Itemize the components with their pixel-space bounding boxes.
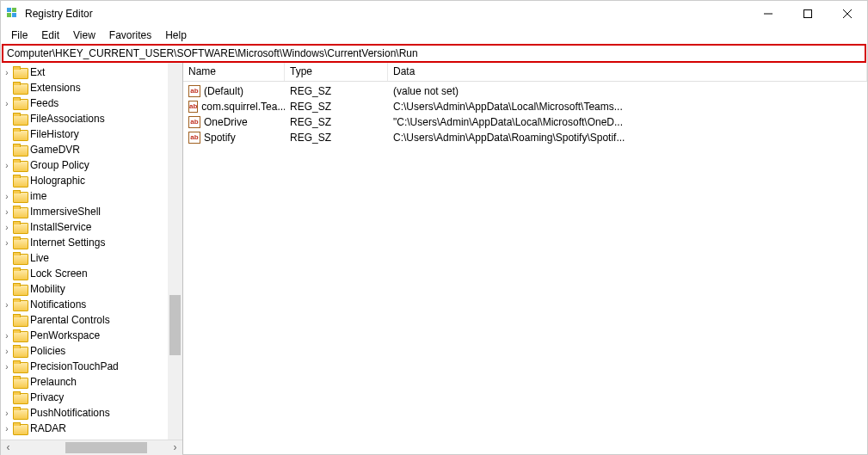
tree-item[interactable]: ›PenWorkspace <box>1 328 168 343</box>
chevron-right-icon[interactable]: › <box>1 207 11 217</box>
tree-item[interactable]: ›PushNotifications <box>1 405 168 421</box>
tree-item-label: Prelaunch <box>30 376 77 388</box>
column-header-name[interactable]: Name <box>183 63 285 81</box>
tree-item[interactable]: Extensions <box>1 80 168 95</box>
tree-vertical-scrollbar[interactable] <box>168 63 182 440</box>
scrollbar-thumb[interactable] <box>169 295 181 355</box>
maximize-button[interactable] <box>788 1 828 27</box>
regedit-app-icon <box>6 7 20 21</box>
tree-item[interactable]: ›ime <box>1 188 168 204</box>
chevron-right-icon[interactable]: › <box>1 99 11 108</box>
scrollbar-thumb[interactable] <box>65 442 147 453</box>
chevron-right-icon[interactable]: › <box>1 409 11 418</box>
folder-icon <box>13 391 27 403</box>
folder-icon <box>13 66 27 78</box>
registry-editor-window: Registry Editor File Edit View Favorites… <box>0 0 868 455</box>
content-area: ›ExtExtensions›FeedsFileAssociationsFile… <box>1 63 867 454</box>
menu-edit[interactable]: Edit <box>34 28 66 43</box>
tree-item[interactable]: GameDVR <box>1 142 168 157</box>
chevron-right-icon[interactable]: › <box>1 331 11 341</box>
chevron-right-icon[interactable]: › <box>1 192 11 201</box>
tree-item[interactable]: Mobility <box>1 281 168 297</box>
tree-item-label: Privacy <box>30 391 64 403</box>
tree-item[interactable]: Holographic <box>1 173 168 188</box>
folder-icon <box>13 267 27 280</box>
chevron-right-icon[interactable]: › <box>1 68 11 77</box>
value-data: "C:\Users\Admin\AppData\Local\Microsoft\… <box>388 116 867 128</box>
tree-item-label: Feeds <box>30 97 58 109</box>
tree-item[interactable]: ›InstallService <box>1 219 168 235</box>
registry-tree[interactable]: ›ExtExtensions›FeedsFileAssociationsFile… <box>1 63 168 440</box>
tree-item[interactable]: FileHistory <box>1 126 168 142</box>
menu-file[interactable]: File <box>4 28 34 43</box>
tree-item[interactable]: Parental Controls <box>1 312 168 328</box>
scrollbar-track[interactable] <box>15 440 168 455</box>
folder-icon <box>13 407 27 419</box>
menu-view[interactable]: View <box>66 28 102 43</box>
menu-help[interactable]: Help <box>158 28 194 43</box>
folder-icon <box>13 329 27 341</box>
chevron-right-icon[interactable]: › <box>1 223 11 232</box>
tree-item-label: FileHistory <box>30 128 79 140</box>
table-row[interactable]: abOneDriveREG_SZ"C:\Users\Admin\AppData\… <box>183 114 867 130</box>
value-type: REG_SZ <box>285 85 388 97</box>
chevron-right-icon[interactable]: › <box>1 238 11 248</box>
chevron-right-icon[interactable]: › <box>1 424 11 433</box>
menu-favorites[interactable]: Favorites <box>102 28 158 43</box>
value-list: ab(Default)REG_SZ(value not set)abcom.sq… <box>183 82 867 145</box>
reg-string-icon: ab <box>188 116 200 128</box>
tree-item[interactable]: ›Group Policy <box>1 157 168 173</box>
tree-item-label: PenWorkspace <box>30 329 100 341</box>
tree-item[interactable]: Privacy <box>1 390 168 405</box>
folder-icon <box>13 113 27 125</box>
chevron-right-icon[interactable]: › <box>1 362 11 372</box>
tree-item-label: Ext <box>30 66 45 78</box>
tree-item-label: Mobility <box>30 283 65 295</box>
close-button[interactable] <box>828 1 867 27</box>
tree-item[interactable]: Prelaunch <box>1 374 168 390</box>
tree-item[interactable]: ›Feeds <box>1 95 168 111</box>
minimize-icon <box>764 9 773 18</box>
maximize-icon <box>803 9 812 18</box>
scroll-right-arrow-icon[interactable]: › <box>168 440 182 455</box>
titlebar: Registry Editor <box>1 1 867 27</box>
reg-string-icon: ab <box>188 85 200 97</box>
column-header-data[interactable]: Data <box>388 63 867 81</box>
table-row[interactable]: ab(Default)REG_SZ(value not set) <box>183 83 867 99</box>
tree-horizontal-scrollbar[interactable]: ‹ › <box>1 440 182 454</box>
folder-icon <box>13 422 27 434</box>
address-bar[interactable]: Computer\HKEY_CURRENT_USER\SOFTWARE\Micr… <box>2 44 866 63</box>
tree-item[interactable]: FileAssociations <box>1 111 168 126</box>
folder-icon <box>13 175 27 187</box>
chevron-right-icon[interactable]: › <box>1 161 11 170</box>
tree-item-label: Internet Settings <box>30 237 105 249</box>
tree-item[interactable]: ›Internet Settings <box>1 235 168 250</box>
tree-item-label: GameDVR <box>30 144 80 156</box>
folder-icon <box>13 283 27 295</box>
tree-panel: ›ExtExtensions›FeedsFileAssociationsFile… <box>1 63 183 454</box>
tree-item-label: Parental Controls <box>30 314 110 326</box>
folder-icon <box>13 206 27 218</box>
tree-item[interactable]: Live <box>1 250 168 266</box>
table-row[interactable]: abcom.squirrel.Tea...REG_SZC:\Users\Admi… <box>183 99 867 114</box>
value-type: REG_SZ <box>285 101 388 113</box>
scroll-left-arrow-icon[interactable]: ‹ <box>1 440 15 455</box>
minimize-button[interactable] <box>748 1 788 27</box>
tree-item[interactable]: ›Ext <box>1 65 168 80</box>
tree-item[interactable]: ›Notifications <box>1 297 168 312</box>
column-header-type[interactable]: Type <box>285 63 388 81</box>
tree-item[interactable]: ›PrecisionTouchPad <box>1 359 168 374</box>
tree-item-label: ime <box>30 190 46 202</box>
tree-item[interactable]: ›ImmersiveShell <box>1 204 168 219</box>
reg-string-icon: ab <box>188 101 198 113</box>
table-row[interactable]: abSpotifyREG_SZC:\Users\Admin\AppData\Ro… <box>183 130 867 145</box>
chevron-right-icon[interactable]: › <box>1 347 11 356</box>
tree-item[interactable]: ›Policies <box>1 343 168 359</box>
tree-item-label: Policies <box>30 345 65 357</box>
tree-item[interactable]: Lock Screen <box>1 266 168 281</box>
tree-item[interactable]: ›RADAR <box>1 421 168 436</box>
folder-icon <box>13 314 27 326</box>
chevron-right-icon[interactable]: › <box>1 300 11 310</box>
svg-rect-1 <box>12 8 16 12</box>
values-panel: Name Type Data ab(Default)REG_SZ(value n… <box>183 63 867 454</box>
